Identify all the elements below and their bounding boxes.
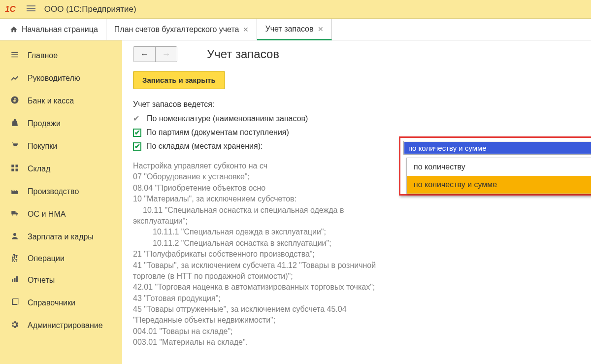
svg-rect-9	[16, 276, 18, 282]
sidebar-item-main[interactable]: Главное	[0, 44, 122, 67]
sidebar-item-label: Справочники	[28, 298, 75, 307]
svg-point-6	[13, 233, 16, 236]
sidebar-item-label: Зарплата и кадры	[28, 232, 94, 241]
sidebar-item-zarplata[interactable]: Зарплата и кадры	[0, 226, 122, 248]
form-label: Учет запасов ведется:	[133, 100, 580, 109]
app-title: ООО (1С:Предприятие)	[44, 4, 136, 14]
svg-rect-5	[16, 169, 18, 171]
dropdown-option-qty-sum[interactable]: по количеству и сумме	[407, 176, 591, 194]
tab-home-label: Начальная страница	[22, 25, 98, 34]
dtk-icon: ДтКт	[10, 255, 20, 263]
chart-icon	[10, 73, 20, 84]
sidebar-item-rukovoditelu[interactable]: Руководителю	[0, 67, 122, 90]
svg-rect-8	[14, 278, 16, 282]
info-text: Настройка управляет субконто на сч 07 "О…	[133, 161, 438, 348]
sidebar-item-label: ОС и НМА	[28, 210, 66, 219]
sidebar-item-spravochniki[interactable]: Справочники	[0, 292, 122, 314]
bag-icon	[10, 118, 20, 129]
sidebar-item-operations[interactable]: ДтКт Операции	[0, 248, 122, 269]
tab-bar: Начальная страница План счетов бухгалтер…	[0, 19, 591, 40]
sidebar-item-reports[interactable]: Отчеты	[0, 269, 122, 292]
dropdown-option-qty[interactable]: по количеству	[407, 158, 591, 176]
checkbox-partii[interactable]: ✔	[133, 129, 141, 137]
sidebar-item-bank[interactable]: ₽ Банк и касса	[0, 90, 122, 112]
nav-buttons: ← →	[133, 46, 177, 62]
content-area: ← → Учет запасов Записать и закрыть Учет…	[122, 40, 591, 364]
bars-icon	[10, 275, 20, 286]
save-and-close-button[interactable]: Записать и закрыть	[133, 71, 225, 89]
option-skladam: По складам (местам хранения):	[146, 142, 263, 151]
sidebar-item-label: Администрирование	[28, 321, 103, 330]
page-title: Учет запасов	[207, 47, 279, 61]
sidebar-item-label: Продажи	[28, 119, 61, 128]
close-icon[interactable]: ✕	[318, 25, 324, 33]
svg-text:₽: ₽	[13, 98, 17, 103]
svg-rect-7	[12, 279, 13, 282]
cart-icon	[10, 141, 20, 152]
tab-label: План счетов бухгалтерского учета	[114, 25, 239, 34]
home-icon	[10, 26, 18, 33]
sidebar-item-label: Операции	[28, 254, 65, 263]
svg-rect-11	[13, 298, 18, 304]
menu-burger[interactable]	[25, 2, 37, 16]
svg-rect-3	[16, 165, 18, 167]
nav-forward-button[interactable]: →	[155, 47, 177, 62]
sidebar-item-admin[interactable]: Администрирование	[0, 314, 122, 337]
svg-rect-2	[11, 165, 14, 167]
books-icon	[10, 298, 20, 308]
nav-back-button[interactable]: ←	[133, 47, 155, 62]
gear-icon	[10, 320, 20, 331]
sidebar-item-label: Руководителю	[28, 74, 80, 83]
tab-uchet-zapasov[interactable]: Учет запасов ✕	[257, 19, 331, 40]
sidebar-item-prodazhi[interactable]: Продажи	[0, 112, 122, 135]
logo-1c: 1C	[5, 4, 16, 14]
close-icon[interactable]: ✕	[243, 26, 249, 33]
dropdown-list: по количеству по количеству и сумме	[406, 158, 591, 194]
option-nomenclature: По номенклатуре (наименованиям запасов)	[147, 114, 308, 123]
list-icon	[10, 50, 20, 61]
sidebar: Главное Руководителю ₽ Банк и касса Прод…	[0, 40, 122, 364]
tab-home[interactable]: Начальная страница	[0, 19, 106, 40]
sidebar-item-label: Производство	[28, 187, 79, 196]
sidebar-item-label: Главное	[28, 51, 58, 60]
svg-rect-4	[11, 169, 14, 171]
grid-icon	[10, 164, 20, 174]
tab-label: Учет запасов	[265, 25, 313, 33]
sidebar-item-proizvodstvo[interactable]: Производство	[0, 180, 122, 203]
factory-icon	[10, 186, 20, 197]
person-icon	[10, 232, 20, 242]
sidebar-item-label: Отчеты	[28, 276, 55, 285]
sidebar-item-label: Склад	[28, 165, 50, 173]
dropdown-highlight: по количеству и сумме ▼ ↖ по количеству …	[399, 136, 591, 196]
checkmark-icon: ✔	[133, 114, 142, 123]
sidebar-item-label: Покупки	[28, 142, 57, 151]
warehouse-select[interactable]: по количеству и сумме ▼ ↖	[403, 141, 591, 155]
tab-plan-schetov[interactable]: План счетов бухгалтерского учета ✕	[106, 19, 258, 40]
ruble-icon: ₽	[10, 96, 20, 106]
select-value: по количеству и сумме	[404, 142, 591, 154]
sidebar-item-os-nma[interactable]: ОС и НМА	[0, 203, 122, 226]
sidebar-item-sklad[interactable]: Склад	[0, 158, 122, 180]
sidebar-item-pokupki[interactable]: Покупки	[0, 135, 122, 158]
sidebar-item-label: Банк и касса	[28, 97, 74, 105]
option-partii: По партиям (документам поступления)	[146, 128, 289, 137]
checkbox-skladam[interactable]: ✔	[133, 142, 141, 151]
truck-icon	[10, 209, 20, 220]
titlebar: 1C ООО (1С:Предприятие)	[0, 0, 591, 19]
